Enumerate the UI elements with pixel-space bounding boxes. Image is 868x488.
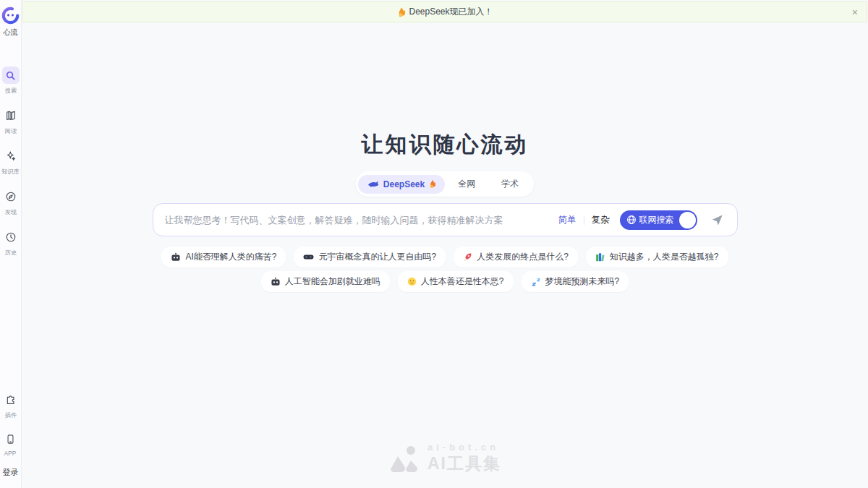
toggle-knob xyxy=(679,212,696,228)
whale-icon xyxy=(367,180,380,189)
plugin-icon xyxy=(2,391,20,408)
web-search-toggle[interactable]: 联网搜索 xyxy=(620,210,697,230)
tab-label: DeepSeek xyxy=(383,179,425,189)
robot-icon xyxy=(271,277,281,286)
rocket-icon xyxy=(463,252,472,262)
suggestion-chip[interactable]: AI能否理解人类的痛苦? xyxy=(161,247,286,267)
suggestion-label: 元宇宙概念真的让人更自由吗? xyxy=(318,251,436,263)
sidebar: 心流 搜索 阅读 知 xyxy=(0,0,22,488)
suggestion-chip[interactable]: 人性本善还是性本恶? xyxy=(398,271,514,292)
flame-icon xyxy=(428,179,435,189)
sidebar-label: 发现 xyxy=(4,208,17,217)
discover-icon xyxy=(2,188,20,205)
tab-label: 学术 xyxy=(501,178,519,190)
watermark-domain: ai-bot.cn xyxy=(427,442,501,453)
suggestion-label: 知识越多，人类是否越孤独? xyxy=(610,251,719,263)
tab-academic[interactable]: 学术 xyxy=(488,174,532,194)
tab-label: 全网 xyxy=(458,178,475,190)
search-icon xyxy=(2,67,20,84)
mode-complex-button[interactable]: 复杂 xyxy=(592,214,610,226)
web-search-label: 联网搜索 xyxy=(639,214,674,226)
suggestion-label: 人工智能会加剧就业难吗 xyxy=(285,275,380,288)
suggestion-chip[interactable]: 人工智能会加剧就业难吗 xyxy=(261,271,390,292)
globe-icon xyxy=(626,215,637,225)
sidebar-item-knowledge[interactable]: 知识库 xyxy=(1,147,20,176)
suggestion-label: 人性本善还是性本恶? xyxy=(421,275,504,288)
suggestion-chip[interactable]: 人类发展的终点是什么? xyxy=(454,247,578,267)
suggestion-chip[interactable]: 元宇宙概念真的让人更自由吗? xyxy=(294,247,446,267)
main-content: 让知识随心流动 DeepSeek 全网 xyxy=(22,0,868,488)
divider xyxy=(584,215,584,225)
reading-icon xyxy=(2,107,20,124)
login-button[interactable]: 登录 xyxy=(3,467,19,478)
sidebar-item-app[interactable]: APP xyxy=(2,430,20,457)
mode-simple-button[interactable]: 简单 xyxy=(558,214,576,226)
sidebar-label: APP xyxy=(4,450,17,456)
sidebar-item-discover[interactable]: 发现 xyxy=(2,188,20,217)
page-title: 让知识随心流动 xyxy=(362,130,529,160)
books-icon xyxy=(595,252,605,262)
smiley-icon xyxy=(407,277,417,286)
sidebar-label: 搜索 xyxy=(4,87,17,95)
tab-deepseek[interactable]: DeepSeek xyxy=(358,175,445,194)
zzz-icon xyxy=(531,278,541,286)
suggestion-label: 人类发展的终点是什么? xyxy=(477,251,569,263)
logo-label: 心流 xyxy=(4,27,18,38)
search-bar: 简单 复杂 联网搜索 xyxy=(153,203,738,236)
sidebar-item-history[interactable]: 历史 xyxy=(2,228,20,257)
sidebar-label: 插件 xyxy=(4,411,17,420)
suggestion-label: AI能否理解人类的痛苦? xyxy=(185,251,276,263)
watermark-title: AI工具集 xyxy=(427,453,501,475)
suggestion-chip[interactable]: 梦境能预测未来吗? xyxy=(522,271,629,292)
suggestion-chips-row-2: 人工智能会加剧就业难吗 人性本善还是性本恶? 梦境能预测未来吗? xyxy=(261,271,629,292)
suggestion-chip[interactable]: 知识越多，人类是否越孤独? xyxy=(586,247,728,267)
send-button[interactable] xyxy=(707,209,728,231)
search-mode-tabs: DeepSeek 全网 学术 xyxy=(356,171,534,197)
sidebar-item-plugin[interactable]: 插件 xyxy=(2,391,20,420)
history-icon xyxy=(2,228,20,246)
watermark: ai-bot.cn AI工具集 xyxy=(22,442,868,475)
app-icon xyxy=(2,430,20,448)
sidebar-item-reading[interactable]: 阅读 xyxy=(2,107,20,136)
ai-bot-logo-icon xyxy=(388,445,420,472)
sidebar-label: 阅读 xyxy=(4,127,17,136)
robot-icon xyxy=(171,252,181,262)
suggestion-label: 梦境能预测未来吗? xyxy=(545,275,620,288)
sidebar-label: 知识库 xyxy=(1,168,20,176)
sidebar-label: 历史 xyxy=(4,249,17,257)
vr-glasses-icon xyxy=(303,254,314,260)
search-input[interactable] xyxy=(165,215,558,226)
xinliu-logo-icon xyxy=(1,7,20,25)
sidebar-item-search[interactable]: 搜索 xyxy=(2,67,20,95)
suggestion-chips-row-1: AI能否理解人类的痛苦? 元宇宙概念真的让人更自由吗? 人类发展的终点是什么? … xyxy=(161,247,728,267)
tab-whole-web[interactable]: 全网 xyxy=(445,174,488,194)
knowledge-icon xyxy=(2,147,20,165)
app-logo[interactable]: 心流 xyxy=(1,7,20,38)
